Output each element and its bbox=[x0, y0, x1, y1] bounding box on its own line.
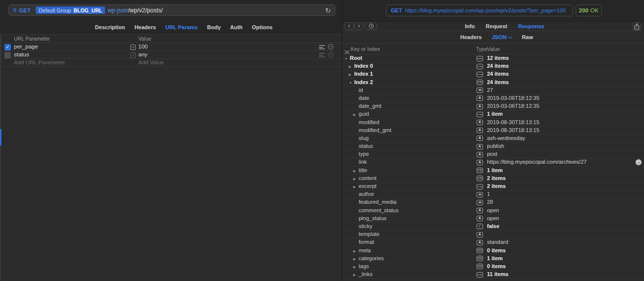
request-tab-url-params[interactable]: URL Params bbox=[165, 24, 198, 30]
json-tree-row[interactable]: ▶title1 item bbox=[342, 167, 644, 175]
remove-param-button[interactable] bbox=[328, 52, 333, 57]
back-button[interactable]: ‹ bbox=[344, 22, 354, 30]
param-value[interactable]: any bbox=[138, 51, 148, 58]
tree-value: publish bbox=[487, 142, 504, 150]
reorder-handle-icon[interactable] bbox=[319, 45, 325, 49]
json-tree-row[interactable]: ▶guid1 item bbox=[342, 110, 644, 118]
disclosure-closed-icon[interactable]: ▶ bbox=[353, 175, 359, 183]
param-name[interactable]: per_page bbox=[14, 43, 38, 50]
response-subtab-json[interactable]: JSON bbox=[491, 34, 512, 40]
type-list-icon bbox=[477, 56, 483, 61]
history-button[interactable] bbox=[365, 22, 377, 30]
tree-key: comment_status bbox=[359, 207, 399, 213]
request-tab-auth[interactable]: Auth bbox=[230, 24, 243, 30]
value-type-icon: = bbox=[130, 52, 136, 58]
json-tree-row[interactable]: ▶categories1 item bbox=[342, 255, 644, 263]
param-row-status[interactable]: status=any bbox=[0, 51, 342, 59]
disclosure-open-icon[interactable]: ▼ bbox=[344, 55, 350, 63]
json-tree-row[interactable]: ▶content2 items bbox=[342, 175, 644, 183]
disclosure-closed-icon[interactable]: ▶ bbox=[349, 71, 354, 79]
reorder-handle-icon[interactable] bbox=[319, 53, 325, 57]
response-tab-request[interactable]: Request bbox=[486, 23, 507, 29]
param-name[interactable]: status bbox=[14, 51, 29, 58]
sent-request-url: https://blog.myepiscopal.com/wp-json/wp/… bbox=[405, 7, 566, 13]
json-tree-row[interactable]: author421 bbox=[342, 190, 644, 198]
disclosure-closed-icon[interactable]: ▶ bbox=[353, 247, 359, 255]
param-value[interactable]: 100 bbox=[138, 43, 148, 50]
json-tree-row[interactable]: ▶meta0 items bbox=[342, 247, 644, 255]
param-enabled-checkbox[interactable]: ✓ bbox=[4, 44, 11, 50]
add-param-placeholder[interactable]: Add URL Parameter bbox=[14, 59, 65, 66]
disclosure-closed-icon[interactable]: ▶ bbox=[353, 183, 359, 191]
type-str-icon: A bbox=[477, 144, 483, 149]
json-tree-row[interactable]: formatAstandard bbox=[342, 238, 644, 246]
json-tree-row[interactable]: slugAash-wednesday bbox=[342, 135, 644, 142]
json-tree-row[interactable]: ▶tags0 items bbox=[342, 263, 644, 271]
json-tree-row[interactable]: modified_gmtA2019-08-30T18:13:15 bbox=[342, 127, 644, 135]
remove-param-button[interactable] bbox=[328, 44, 333, 49]
refresh-icon[interactable]: ↻ bbox=[325, 7, 331, 14]
request-tab-body[interactable]: Body bbox=[207, 24, 221, 30]
param-row-per-page[interactable]: ✓per_page=100 bbox=[0, 43, 342, 51]
request-method[interactable]: GET bbox=[19, 7, 31, 13]
response-tab-info[interactable]: Info bbox=[465, 23, 475, 29]
tree-value: 24 items bbox=[487, 70, 509, 78]
json-tree-row[interactable]: modifiedA2019-08-30T18:13:15 bbox=[342, 119, 644, 127]
method-sort-icon: ⇅ bbox=[13, 7, 17, 13]
param-value-column-header: Value bbox=[138, 35, 151, 43]
tree-key: tags bbox=[359, 263, 369, 269]
json-tree-row[interactable]: ▼Index 224 items bbox=[342, 79, 644, 87]
response-tab-response[interactable]: Response bbox=[518, 23, 544, 29]
request-tab-headers[interactable]: Headers bbox=[134, 24, 156, 30]
type-num-icon: 42 bbox=[477, 192, 483, 197]
selected-request-indicator[interactable] bbox=[0, 129, 1, 145]
clock-icon bbox=[369, 23, 374, 29]
type-num-icon: 42 bbox=[477, 200, 483, 205]
type-str-icon: A bbox=[477, 152, 483, 157]
json-tree-row[interactable]: ▶excerpt2 items bbox=[342, 183, 644, 190]
disclosure-closed-icon[interactable]: ▶ bbox=[353, 263, 359, 271]
json-tree-row[interactable]: statusApublish bbox=[342, 142, 644, 150]
tree-value: 1 item bbox=[487, 110, 503, 118]
json-tree-row[interactable]: templateA bbox=[342, 231, 644, 238]
request-tab-description[interactable]: Description bbox=[95, 24, 125, 30]
json-tree-row[interactable]: ping_statusAopen bbox=[342, 215, 644, 223]
param-enabled-checkbox[interactable] bbox=[4, 52, 11, 58]
json-tree-row[interactable]: ▼Root12 items bbox=[342, 54, 644, 62]
disclosure-closed-icon[interactable]: ▶ bbox=[349, 63, 354, 71]
json-tree-row[interactable]: featured_media4228 bbox=[342, 198, 644, 206]
tree-key: modified_gmt bbox=[359, 127, 391, 133]
add-value-placeholder[interactable]: Add Value bbox=[138, 59, 164, 66]
disclosure-closed-icon[interactable]: ▶ bbox=[353, 167, 359, 175]
tree-key: _links bbox=[359, 271, 373, 277]
disclosure-closed-icon[interactable]: ▶ bbox=[353, 271, 359, 279]
disclosure-open-icon[interactable]: ▼ bbox=[349, 79, 354, 87]
forward-button[interactable]: › bbox=[354, 22, 364, 30]
response-subtab-raw[interactable]: Raw bbox=[522, 34, 533, 40]
json-tree-row[interactable]: sticky✓false bbox=[342, 223, 644, 231]
json-tree-row[interactable]: ▶_links11 items bbox=[342, 271, 644, 279]
disclosure-closed-icon[interactable]: ▶ bbox=[353, 111, 359, 119]
json-tree-row[interactable]: typeApost bbox=[342, 150, 644, 158]
environment-variable-token[interactable]: Default Group BLOG_URL bbox=[36, 6, 105, 14]
share-button[interactable] bbox=[633, 22, 641, 31]
response-subtab-headers[interactable]: Headers bbox=[460, 34, 482, 40]
json-tree-row[interactable]: comment_statusAopen bbox=[342, 207, 644, 215]
tree-key: slug bbox=[359, 135, 369, 141]
tree-value: 1 item bbox=[487, 255, 503, 263]
json-tree-row[interactable]: linkAhttps://blog.myepiscopal.com/archiv… bbox=[342, 158, 644, 166]
disclosure-closed-icon[interactable]: ▶ bbox=[353, 255, 359, 263]
json-tree-row[interactable]: ▶Index 024 items bbox=[342, 62, 644, 70]
param-add-row: Add URL Parameter Add Value bbox=[0, 59, 342, 67]
json-tree-row[interactable]: id4227 bbox=[342, 87, 644, 94]
open-link-button[interactable]: → bbox=[636, 159, 642, 165]
request-url-field[interactable]: ⇅ GET Default Group BLOG_URL wp-json /wp… bbox=[8, 4, 335, 16]
json-tree-row[interactable]: date_gmtA2019-03-06T18:12:35 bbox=[342, 102, 644, 110]
sent-request-url-box[interactable]: GET https://blog.myepiscopal.com/wp-json… bbox=[386, 4, 573, 16]
request-tab-options[interactable]: Options bbox=[252, 24, 273, 30]
json-tree-row[interactable]: ▶Index 124 items bbox=[342, 70, 644, 78]
json-tree-row[interactable]: dateA2019-03-06T18:12:35 bbox=[342, 94, 644, 102]
type-num-icon: 42 bbox=[477, 88, 483, 93]
tree-key: guid bbox=[359, 111, 369, 117]
request-toolbar: ⇅ GET Default Group BLOG_URL wp-json /wp… bbox=[0, 0, 342, 35]
